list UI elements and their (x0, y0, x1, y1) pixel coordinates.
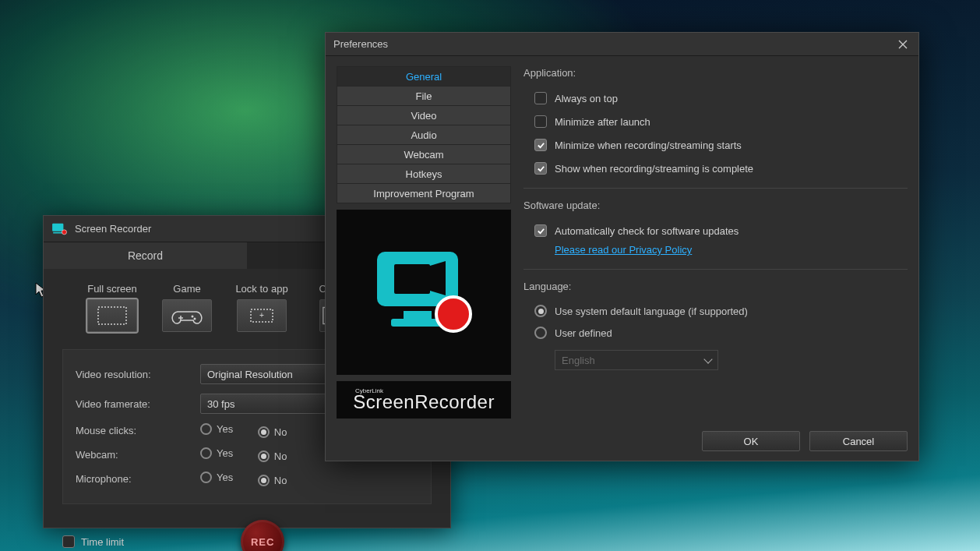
preferences-main-panel: Application: Always on top Minimize afte… (523, 67, 908, 419)
time-limit-checkbox[interactable]: Time limit (62, 535, 124, 548)
preferences-footer: OK Cancel (702, 431, 908, 451)
radio-icon (200, 447, 212, 459)
pref-tab-video[interactable]: Video (337, 105, 511, 125)
mode-game: Game (157, 283, 217, 332)
mode-fullscreen-button[interactable] (87, 299, 137, 332)
ok-button[interactable]: OK (702, 431, 800, 451)
pref-tab-audio[interactable]: Audio (337, 125, 511, 145)
pref-tab-general[interactable]: General (337, 66, 511, 87)
close-icon (898, 40, 908, 49)
close-button[interactable] (895, 37, 911, 52)
recorder-bottom-row: Time limit REC (44, 504, 450, 551)
divider (523, 269, 908, 270)
preferences-sidebar: General File Video Audio Webcam Hotkeys … (337, 67, 511, 419)
lang-user-defined[interactable]: User defined (523, 322, 908, 344)
svg-rect-3 (98, 307, 126, 324)
video-framerate-value: 30 fps (207, 398, 234, 410)
cancel-button[interactable]: Cancel (809, 431, 908, 451)
brand-logo (337, 210, 511, 375)
mode-lock-button[interactable]: + (237, 299, 287, 332)
language-value: English (562, 355, 595, 366)
time-limit-label: Time limit (81, 536, 124, 548)
language-section-title: Language: (523, 281, 908, 292)
divider (523, 188, 908, 189)
microphone-label: Microphone: (76, 467, 200, 491)
checkbox-icon (534, 115, 547, 128)
mode-game-label: Game (157, 283, 217, 295)
radio-icon (534, 305, 547, 317)
pref-tab-improvement[interactable]: Improvement Program (337, 183, 511, 203)
screen-recorder-logo-icon (361, 238, 486, 347)
svg-point-2 (62, 229, 66, 234)
radio-icon (258, 475, 270, 486)
mouse-clicks-no[interactable]: No (258, 426, 287, 438)
opt-show-when-complete[interactable]: Show when recording/streaming is complet… (523, 157, 908, 180)
record-button[interactable]: REC (241, 520, 284, 551)
mode-fullscreen-label: Full screen (83, 283, 142, 295)
mouse-clicks-label: Mouse clicks: (76, 419, 200, 443)
chevron-down-icon (703, 355, 712, 363)
tab-record-label: Record (128, 249, 163, 262)
microphone-yes[interactable]: Yes (200, 472, 233, 483)
tab-record[interactable]: Record (44, 242, 247, 269)
radio-icon (200, 472, 212, 483)
video-framerate-label: Video framerate: (76, 389, 200, 419)
update-section-title: Software update: (523, 200, 908, 211)
brand-big-label: ScreenRecorder (353, 391, 495, 413)
webcam-label: Webcam: (76, 443, 200, 467)
svg-rect-1 (53, 231, 62, 233)
checkbox-icon (534, 139, 547, 151)
svg-rect-0 (52, 223, 63, 231)
checkbox-icon (534, 162, 547, 175)
svg-rect-15 (394, 264, 430, 294)
application-section-title: Application: (523, 67, 908, 79)
opt-minimize-after-launch[interactable]: Minimize after launch (523, 110, 908, 133)
recorder-title: Screen Recorder (75, 223, 151, 235)
privacy-policy-row: Please read our Privacy Policy (523, 242, 908, 261)
radio-icon (534, 327, 547, 339)
checkbox-icon (534, 224, 547, 237)
svg-rect-13 (404, 311, 432, 319)
mode-fullscreen: Full screen (83, 283, 142, 332)
mode-lock-label: Lock to app (232, 283, 291, 295)
opt-always-on-top[interactable]: Always on top (523, 87, 908, 110)
svg-point-6 (192, 316, 194, 318)
checkbox-icon (534, 92, 547, 104)
lang-system-default[interactable]: Use system default language (if supporte… (523, 300, 908, 322)
svg-text:+: + (259, 311, 264, 320)
radio-icon (258, 426, 270, 438)
svg-point-7 (194, 318, 196, 320)
brand-text: CyberLink ScreenRecorder (337, 381, 511, 419)
mode-game-button[interactable] (162, 299, 212, 332)
opt-minimize-when-recording[interactable]: Minimize when recording/streaming starts (523, 133, 908, 157)
gamepad-icon (170, 304, 204, 327)
webcam-no[interactable]: No (258, 450, 287, 462)
preferences-tablist: General File Video Audio Webcam Hotkeys … (337, 66, 511, 203)
privacy-policy-link[interactable]: Please read our Privacy Policy (555, 244, 692, 256)
svg-point-16 (436, 297, 471, 331)
pref-tab-file[interactable]: File (337, 86, 511, 106)
mouse-clicks-yes[interactable]: Yes (200, 423, 233, 435)
opt-auto-update[interactable]: Automatically check for software updates (523, 219, 908, 242)
radio-icon (200, 423, 212, 435)
video-resolution-label: Video resolution: (76, 359, 200, 389)
pref-tab-webcam[interactable]: Webcam (337, 144, 511, 164)
record-button-label: REC (251, 536, 274, 548)
app-logo-icon (51, 222, 69, 236)
checkbox-icon (62, 535, 75, 548)
video-resolution-value: Original Resolution (207, 369, 293, 380)
microphone-no[interactable]: No (258, 475, 287, 486)
radio-icon (258, 450, 270, 462)
mode-lock-to-app: Lock to app + (232, 283, 291, 332)
language-select: English (555, 350, 718, 370)
webcam-yes[interactable]: Yes (200, 447, 233, 459)
preferences-title: Preferences (333, 38, 388, 50)
pref-tab-hotkeys[interactable]: Hotkeys (337, 164, 511, 184)
preferences-titlebar[interactable]: Preferences (326, 33, 918, 56)
preferences-dialog: Preferences General File Video Audio Web… (325, 32, 919, 461)
